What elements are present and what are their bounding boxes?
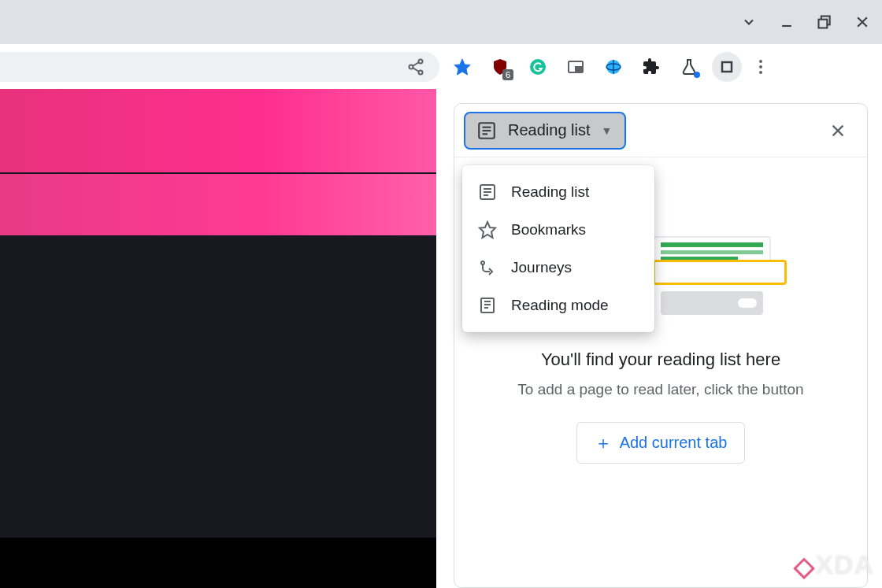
chrome-menu-icon[interactable] xyxy=(750,52,772,82)
menu-item-bookmarks[interactable]: Bookmarks xyxy=(462,211,654,249)
tabs-search-chevron-icon[interactable] xyxy=(740,13,758,31)
empty-state-title: You'll find your reading list here xyxy=(541,349,780,370)
extension-badge: 6 xyxy=(502,69,513,80)
window-minimize-button[interactable] xyxy=(778,13,795,31)
svg-line-9 xyxy=(413,68,419,72)
add-current-tab-button[interactable]: ＋ Add current tab xyxy=(576,422,746,464)
window-tab-strip xyxy=(0,0,882,44)
side-panel-close-button[interactable] xyxy=(825,117,851,144)
svg-point-31 xyxy=(481,261,484,264)
profile-button[interactable] xyxy=(712,52,742,82)
address-bar[interactable] xyxy=(0,52,422,82)
window-close-button[interactable] xyxy=(854,13,871,31)
svg-point-17 xyxy=(759,60,762,63)
svg-point-19 xyxy=(759,71,762,74)
side-panel-mode-dropdown[interactable]: Reading list ▼ xyxy=(464,112,626,150)
svg-line-8 xyxy=(413,62,419,66)
menu-item-reading-mode[interactable]: Reading mode xyxy=(462,287,654,324)
vpn-icon[interactable] xyxy=(598,52,628,82)
add-button-label: Add current tab xyxy=(620,434,728,452)
svg-rect-16 xyxy=(722,62,732,72)
menu-item-label: Journeys xyxy=(511,259,572,276)
menu-item-label: Bookmarks xyxy=(511,221,586,239)
ublock-origin-icon[interactable]: 6 xyxy=(485,52,515,82)
empty-state-subtitle: To add a page to read later, click the b… xyxy=(517,381,803,398)
svg-point-18 xyxy=(759,65,762,68)
svg-point-11 xyxy=(530,59,546,75)
main-content: Reading list ▼ Reading list Bookmarks Jo… xyxy=(0,89,882,588)
menu-item-label: Reading mode xyxy=(511,297,609,314)
extensions-puzzle-icon[interactable] xyxy=(636,52,666,82)
window-restore-button[interactable] xyxy=(816,13,833,31)
browser-toolbar: 6 xyxy=(0,44,882,89)
side-panel: Reading list ▼ Reading list Bookmarks Jo… xyxy=(454,103,868,588)
bookmark-star-icon[interactable] xyxy=(447,52,477,82)
share-icon[interactable] xyxy=(395,52,439,82)
chevron-down-icon: ▼ xyxy=(602,124,613,137)
grammarly-icon[interactable] xyxy=(523,52,553,82)
toolbar-actions: 6 xyxy=(428,52,772,82)
page-content[interactable] xyxy=(0,89,436,588)
menu-item-journeys[interactable]: Journeys xyxy=(462,249,654,287)
svg-rect-13 xyxy=(576,67,581,71)
chrome-labs-icon[interactable] xyxy=(674,52,704,82)
side-panel-mode-label: Reading list xyxy=(508,121,591,139)
side-panel-header: Reading list ▼ xyxy=(454,104,867,157)
svg-rect-2 xyxy=(819,20,828,28)
picture-in-picture-icon[interactable] xyxy=(561,52,591,82)
menu-item-reading-list[interactable]: Reading list xyxy=(462,173,654,211)
menu-item-label: Reading list xyxy=(511,183,589,201)
watermark: ◇XDA xyxy=(794,549,874,580)
svg-marker-10 xyxy=(454,59,470,75)
svg-marker-30 xyxy=(480,222,495,238)
side-panel-mode-menu: Reading list Bookmarks Journeys Reading … xyxy=(462,165,654,332)
